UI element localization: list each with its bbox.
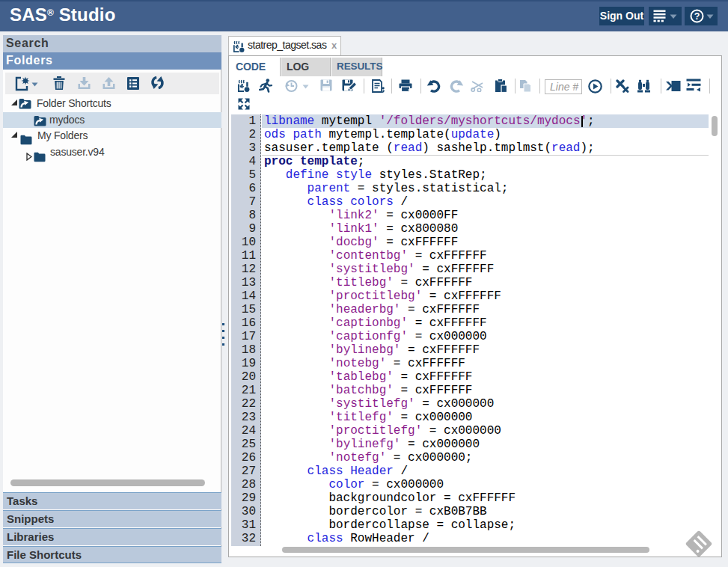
svg-text:?: ? [694, 11, 700, 22]
